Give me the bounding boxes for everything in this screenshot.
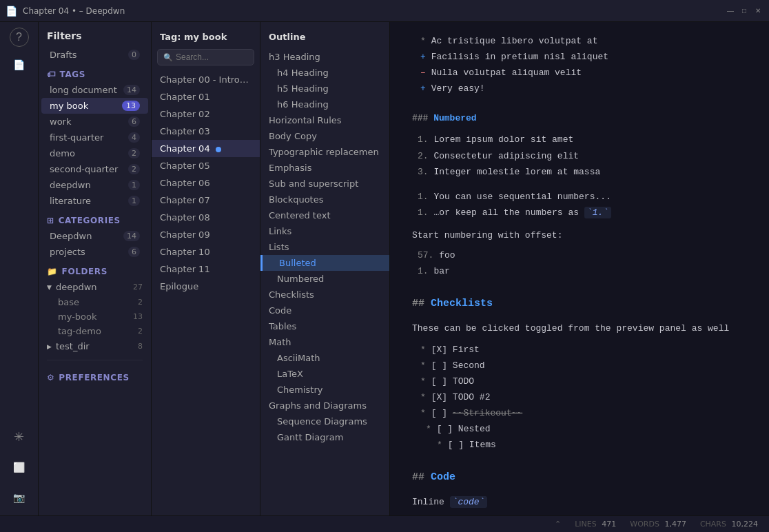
md-seq-2: 1. …or keep all the numbers as `1.` [412, 205, 747, 221]
folder-deepdwn[interactable]: ▼ deepdwn 27 [39, 279, 151, 295]
outline-emphasis[interactable]: Emphasis [260, 160, 389, 176]
outline-tables[interactable]: Tables [260, 318, 389, 334]
outline-math[interactable]: Math [260, 334, 389, 350]
outline-sequence-diagrams[interactable]: Sequence Diagrams [260, 413, 389, 429]
outline-h6heading[interactable]: h6 Heading [260, 96, 389, 112]
outline-typographic[interactable]: Typographic replacemen [260, 144, 389, 160]
filter-drafts-count: 0 [128, 50, 140, 60]
chevron-right-icon: ▶ [47, 343, 52, 350]
tag-work[interactable]: work 6 [41, 114, 148, 130]
md-offset-1: 1. bar [412, 264, 747, 279]
app-body: ? 📄 ✳ ⬜ 📷 Filters Drafts 0 🏷 Tags long d… [0, 22, 769, 515]
md-heading-code: ## Code [412, 469, 747, 487]
categories-icon: ⊞ [47, 216, 54, 225]
settings-button[interactable]: ✳ [7, 424, 32, 449]
titlebar-title: Chapter 04 • – Deepdwn [23, 6, 125, 16]
app-icon: 📄 [6, 6, 17, 17]
md-heading-checklists: ## Checklists [412, 295, 747, 313]
subfolder-base[interactable]: base 2 [39, 295, 151, 309]
file-chapter07[interactable]: Chapter 07 [152, 192, 260, 209]
check-todo: * [ ] TODO [412, 374, 747, 389]
file-chapter03[interactable]: Chapter 03 [152, 123, 260, 140]
outline-numbered[interactable]: Numbered [260, 271, 389, 287]
maximize-button[interactable]: □ [739, 6, 750, 17]
folders-section-header: 📁 Folders [39, 260, 151, 279]
tag-deepdwn[interactable]: deepdwn 1 [41, 177, 148, 193]
category-projects[interactable]: projects 6 [41, 244, 148, 260]
category-deepdwn[interactable]: Deepdwn 14 [41, 228, 148, 244]
outline-centered-text[interactable]: Centered text [260, 207, 389, 223]
filters-panel: Filters Drafts 0 🏷 Tags long document 14… [39, 22, 152, 515]
check-strikeout: * [ ] ~~Strikeout~~ [412, 406, 747, 421]
screenshot-button[interactable]: 📷 [7, 485, 32, 510]
outline-links[interactable]: Links [260, 223, 389, 239]
outline-sub-superscript[interactable]: Sub and superscript [260, 176, 389, 192]
file-chapter10[interactable]: Chapter 10 [152, 243, 260, 260]
tag-long-document[interactable]: long document 14 [41, 82, 148, 98]
editor-panel[interactable]: * Ac tristique libero volutpat at + Faci… [390, 22, 769, 515]
close-button[interactable]: ✕ [752, 6, 763, 17]
tag-demo[interactable]: demo 2 [41, 145, 148, 161]
outline-chemistry[interactable]: Chemistry [260, 382, 389, 398]
outline-gantt[interactable]: Gantt Diagram [260, 429, 389, 445]
search-input[interactable] [176, 52, 248, 62]
tag-icon: 🏷 [47, 70, 56, 79]
outline-h4heading[interactable]: h4 Heading [260, 65, 389, 81]
scroll-up-icon[interactable]: ⌃ [555, 520, 561, 529]
md-seq-1: 1. You can use sequential numbers... [412, 190, 747, 205]
view-button[interactable]: ⬜ [7, 455, 32, 480]
md-inline-code: Inline `code` [412, 495, 747, 510]
help-button[interactable]: ? [10, 28, 29, 47]
separator [47, 360, 143, 360]
outline-h3heading[interactable]: h3 Heading [260, 49, 389, 65]
filters-title: Filters [39, 30, 151, 47]
file-chapter04[interactable]: Chapter 04 [152, 140, 260, 157]
subfolder-tag-demo[interactable]: tag-demo 2 [39, 324, 151, 338]
categories-section-header: ⊞ Categories [39, 209, 151, 228]
file-chapter08[interactable]: Chapter 08 [152, 209, 260, 226]
preferences-header[interactable]: ⚙ Preferences [39, 366, 151, 385]
outline-checklists[interactable]: Checklists [260, 287, 389, 303]
tag-literature[interactable]: literature 1 [41, 193, 148, 209]
tag-first-quarter[interactable]: first-quarter 4 [41, 130, 148, 145]
unsaved-dot [216, 147, 221, 152]
outline-asciimath[interactable]: AsciiMath [260, 350, 389, 366]
tag-second-quarter[interactable]: second-quarter 2 [41, 161, 148, 177]
outline-bulleted[interactable]: Bulleted [260, 255, 389, 271]
new-doc-button[interactable]: 📄 [7, 52, 32, 77]
md-offset-57: 57. foo [412, 248, 747, 263]
search-box[interactable]: 🔍 [157, 49, 254, 65]
md-start-offset: Start numbering with offset: [412, 228, 747, 243]
check-first: * [X] First [412, 342, 747, 358]
md-line-3: – Nulla volutpat aliquam velit [412, 65, 747, 81]
tag-my-book[interactable]: my book 13 [41, 98, 148, 114]
file-epilogue[interactable]: Epilogue [152, 278, 260, 295]
outline-horizontal-rules[interactable]: Horizontal Rules [260, 112, 389, 128]
file-chapter05[interactable]: Chapter 05 [152, 157, 260, 174]
outline-code[interactable]: Code [260, 303, 389, 318]
titlebar-controls: — □ ✕ [725, 6, 763, 17]
outline-latex[interactable]: LaTeX [260, 366, 389, 382]
outline-graphs[interactable]: Graphs and Diagrams [260, 398, 389, 413]
subfolder-my-book[interactable]: my-book 13 [39, 309, 151, 324]
titlebar: 📄 Chapter 04 • – Deepdwn — □ ✕ [0, 0, 769, 22]
file-chapter02[interactable]: Chapter 02 [152, 105, 260, 123]
md-line-2: + Facilisis in pretium nisl aliquet [412, 50, 747, 65]
file-chapter11[interactable]: Chapter 11 [152, 260, 260, 278]
chars-stat: CHARS 10,224 [700, 520, 758, 529]
outline-body-copy[interactable]: Body Copy [260, 128, 389, 144]
check-second: * [ ] Second [412, 358, 747, 374]
outline-h5heading[interactable]: h5 Heading [260, 81, 389, 96]
filter-drafts[interactable]: Drafts 0 [41, 47, 148, 63]
check-items: * [ ] Items [412, 438, 747, 453]
file-chapter06[interactable]: Chapter 06 [152, 174, 260, 192]
outline-lists[interactable]: Lists [260, 239, 389, 255]
file-chapter09[interactable]: Chapter 09 [152, 226, 260, 243]
file-chapter00[interactable]: Chapter 00 - Introd... [152, 71, 260, 88]
minimize-button[interactable]: — [725, 6, 736, 17]
outline-blockquotes[interactable]: Blockquotes [260, 192, 389, 207]
tags-section-header: 🏷 Tags [39, 63, 151, 82]
file-chapter01[interactable]: Chapter 01 [152, 88, 260, 105]
folder-test-dir[interactable]: ▶ test_dir 8 [39, 338, 151, 354]
search-icon: 🔍 [163, 53, 173, 62]
